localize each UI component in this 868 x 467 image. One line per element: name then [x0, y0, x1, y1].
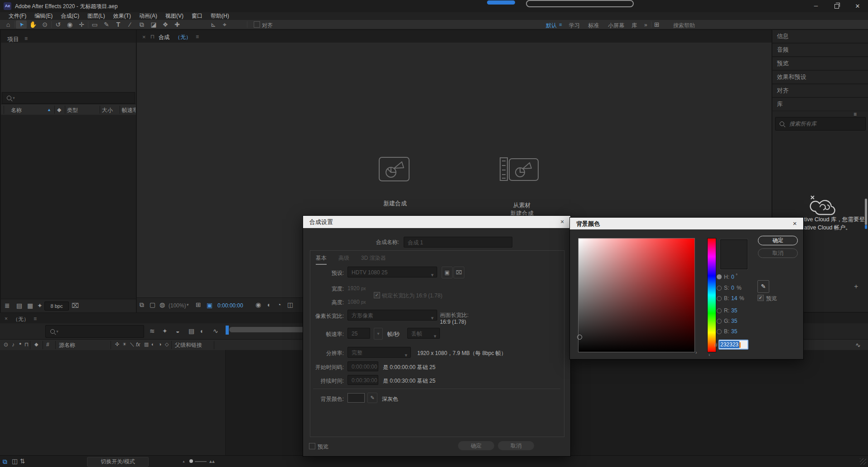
- rectangle-tool[interactable]: ▭: [89, 21, 100, 28]
- adjustment-icon[interactable]: ✦: [37, 302, 43, 309]
- pixel-aspect-dropdown[interactable]: 方形像素▾: [347, 310, 437, 321]
- from-footage-label-line1[interactable]: 从素材: [481, 201, 563, 209]
- preset-dropdown[interactable]: HDTV 1080 25▾: [347, 267, 437, 277]
- drop-frame-dropdown[interactable]: 丢帧▾: [407, 328, 440, 339]
- tab-advanced[interactable]: 高级: [338, 254, 349, 262]
- bg-eyedropper-button[interactable]: ✎: [367, 393, 377, 403]
- panel-audio[interactable]: 音频: [772, 44, 868, 57]
- column-name[interactable]: 名称: [11, 107, 22, 114]
- interpret-footage-icon[interactable]: ≣: [5, 302, 10, 309]
- viewer-timecode[interactable]: 0:00:00:00: [217, 302, 243, 309]
- index-column[interactable]: #: [46, 341, 49, 348]
- switch-adjustment-icon[interactable]: ◑: [159, 342, 162, 347]
- expand-right-icon[interactable]: ›: [695, 350, 697, 355]
- project-panel-menu-icon[interactable]: ≡: [24, 35, 28, 42]
- workspace-tab-learn[interactable]: 学习: [569, 22, 580, 29]
- frame-blending-icon[interactable]: ▤: [188, 328, 194, 334]
- menu-animation[interactable]: 动画(A): [135, 12, 161, 20]
- label-color-icon[interactable]: ◆: [34, 342, 38, 347]
- puppet-pin-tool[interactable]: ✚: [172, 21, 183, 28]
- workspace-overflow-icon[interactable]: »: [644, 22, 647, 28]
- menu-view[interactable]: 视图(V): [161, 12, 188, 20]
- cp-ok-button[interactable]: 确定: [758, 236, 798, 245]
- panel-libraries[interactable]: 库: [772, 98, 868, 111]
- panel-effects-presets[interactable]: 效果和预设: [772, 71, 868, 84]
- switch-3d-icon[interactable]: ◇: [165, 342, 169, 347]
- solo-icon[interactable]: ●: [19, 342, 21, 346]
- color-field[interactable]: [578, 238, 695, 352]
- zoom-level[interactable]: (100%): [169, 302, 186, 309]
- menu-layer[interactable]: 图层(L): [83, 12, 109, 20]
- add-library-icon[interactable]: ＋: [853, 282, 859, 291]
- draft-3d-icon[interactable]: ✦: [162, 328, 168, 334]
- new-comp-from-footage-button[interactable]: [499, 155, 541, 185]
- expand-left-icon[interactable]: ‹: [709, 352, 710, 357]
- cp-cancel-button[interactable]: 取消: [758, 248, 798, 258]
- parent-link-column[interactable]: 父级和链接: [175, 341, 202, 349]
- r-radio[interactable]: [717, 308, 722, 313]
- framerate-input[interactable]: 25: [347, 328, 370, 339]
- mask-visibility-icon[interactable]: ⊾: [211, 21, 216, 28]
- timeline-right-icon[interactable]: ∿: [855, 342, 861, 348]
- g-value[interactable]: 35: [731, 318, 737, 324]
- menu-window[interactable]: 窗口: [188, 12, 207, 20]
- cs-ok-button[interactable]: 确定: [458, 441, 494, 450]
- roto-brush-tool[interactable]: ❖: [160, 21, 171, 28]
- column-type[interactable]: 类型: [67, 107, 78, 114]
- graph-editor-icon[interactable]: ∿: [213, 328, 218, 334]
- s-value[interactable]: 0: [731, 285, 734, 291]
- column-framerate[interactable]: 帧速率: [122, 107, 135, 114]
- toggle-switches-modes-button[interactable]: 切换开关/模式: [87, 457, 149, 467]
- timeline-search-field[interactable]: ▾: [45, 325, 144, 338]
- menu-edit[interactable]: 编辑(E): [30, 12, 57, 20]
- video-eye-icon[interactable]: ⊙: [4, 342, 8, 347]
- switch-fx-icon[interactable]: fx: [136, 341, 140, 348]
- new-comp-label[interactable]: 新建合成: [354, 199, 436, 208]
- comp-tab-title[interactable]: 合成: [159, 34, 169, 41]
- workspace-tab-default[interactable]: 默认: [546, 22, 557, 29]
- menu-help[interactable]: 帮助(H): [207, 12, 233, 20]
- timeline-tab-target[interactable]: （无）: [13, 316, 29, 323]
- snapshot-icon[interactable]: ◉: [256, 302, 261, 308]
- eraser-tool[interactable]: ◪: [148, 21, 159, 28]
- framerate-caret-button[interactable]: ▾: [374, 328, 383, 340]
- clone-stamp-tool[interactable]: ⧉: [136, 21, 147, 28]
- workspace-tab-standard[interactable]: 标准: [588, 22, 599, 29]
- color-field-cursor[interactable]: [577, 335, 582, 340]
- eyedropper-button[interactable]: ✎: [757, 280, 769, 293]
- color-picker-close-icon[interactable]: ×: [793, 219, 797, 227]
- comp-tab-target[interactable]: （无）: [175, 34, 191, 41]
- delete-preset-button[interactable]: ⌧: [453, 267, 464, 278]
- h-radio[interactable]: [717, 274, 722, 279]
- hue-slider[interactable]: [707, 238, 716, 352]
- grid-options-icon[interactable]: ⊞: [196, 302, 201, 308]
- brush-tool[interactable]: ∕: [125, 21, 135, 28]
- target-icon[interactable]: ⌖: [223, 21, 227, 28]
- switch-quality-icon[interactable]: ＼: [130, 342, 135, 347]
- selection-tool[interactable]: ➤: [16, 20, 27, 29]
- hex-input[interactable]: 232323: [719, 340, 748, 350]
- comp-settings-title[interactable]: 合成设置: [303, 216, 570, 228]
- label-column-tag-icon[interactable]: ◆: [57, 107, 61, 113]
- menu-effect[interactable]: 效果(T): [109, 12, 135, 20]
- comp-tab-close-icon[interactable]: ×: [142, 34, 146, 40]
- bit-depth-button[interactable]: 8 bpc: [44, 302, 69, 311]
- current-time-indicator[interactable]: [226, 326, 229, 335]
- menu-composition[interactable]: 合成(C): [57, 12, 83, 20]
- project-item-list[interactable]: [1, 115, 136, 299]
- panel-info[interactable]: 信息: [772, 30, 868, 44]
- pen-tool[interactable]: ✎: [101, 21, 112, 28]
- exposure-icon[interactable]: ◔: [277, 302, 281, 308]
- help-search-input[interactable]: 搜索帮助: [673, 22, 695, 29]
- lock-aspect-checkbox[interactable]: ✓: [374, 292, 380, 298]
- save-preset-button[interactable]: ▣: [442, 267, 453, 278]
- type-tool[interactable]: T: [113, 21, 124, 28]
- sidebar-scrollbar[interactable]: [865, 199, 867, 225]
- libraries-menu-icon[interactable]: ≡: [854, 111, 857, 117]
- cs-cancel-button[interactable]: 取消: [498, 441, 534, 450]
- comp-flowchart-icon[interactable]: ≋: [149, 328, 155, 334]
- switch-shy-icon[interactable]: ✣: [115, 342, 119, 347]
- audio-icon[interactable]: ♪: [12, 342, 14, 347]
- h-value[interactable]: 0: [731, 274, 734, 280]
- region-of-interest-icon[interactable]: ▣: [207, 302, 212, 309]
